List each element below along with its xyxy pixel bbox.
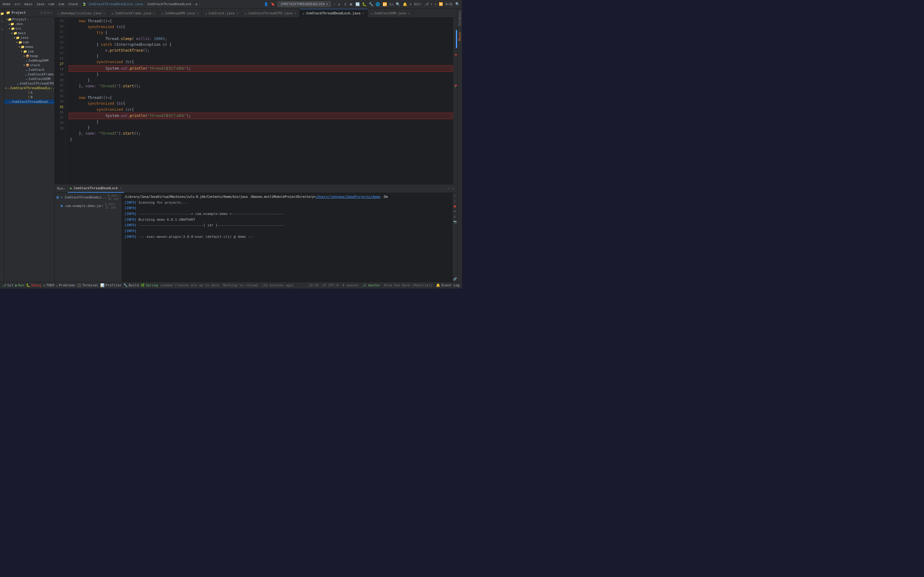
tree-item-stack[interactable]: ▾ 📦 stack xyxy=(4,63,54,68)
line-numbers: 19 20 21 22 23 24 25 26 27 28 29 30 31 3… xyxy=(55,18,66,184)
bc-java[interactable]: java xyxy=(36,2,45,6)
top-bar-right: 👤 🔖 JVMSTACKTHREADDEADLOCK ▾ ⏎ ⏵ ⏸ ⏹ 🔄 🐛… xyxy=(264,1,460,7)
terminal-button[interactable]: ⬛ Terminal xyxy=(77,283,99,287)
tab-close-3[interactable]: ✕ xyxy=(197,11,199,15)
run-link-icon[interactable]: 🔗 xyxy=(453,277,457,280)
tree-item-jvmstackframe[interactable]: ☕ JvmStackFrame xyxy=(4,72,54,77)
tree-item-src[interactable]: ▾ 📁 src xyxy=(4,26,54,31)
tree-item-com[interactable]: ▾ 📁 com xyxy=(4,40,54,45)
tab-jvmstackoom[interactable]: ☕ JvmStackOOM.java ✕ xyxy=(368,9,414,18)
problems-button[interactable]: ⚠ Problems xyxy=(56,283,76,287)
output-line-2: [INFO] xyxy=(124,205,450,211)
far-right-maven[interactable]: Maven xyxy=(458,32,461,41)
settings-icon[interactable]: ⚙ xyxy=(40,11,42,15)
tab-jvmstackthreaddeadlock[interactable]: ☕ JvmStackThreadDeadLock.java ✕ xyxy=(299,9,367,18)
bc-class[interactable]: JvmStackThreadDeadLock xyxy=(147,2,192,6)
collapse-icon[interactable]: ⊟ xyxy=(48,11,50,15)
build-icon: 🔧 xyxy=(123,283,128,287)
run-more-icon[interactable]: ⋯ xyxy=(447,186,450,191)
expand-icon[interactable]: ⬡ xyxy=(44,11,47,15)
tree-item-jvmheapoom[interactable]: ☕ JvmHeapOOM xyxy=(4,58,54,63)
build-button[interactable]: 🔧 Build xyxy=(123,283,139,287)
cursor-position[interactable]: 13:26 xyxy=(309,283,319,287)
far-right-panel: Database Maven xyxy=(457,8,462,282)
tree-item-java[interactable]: ▾ 📁 java xyxy=(4,35,54,40)
folder-icon-java: ▾ xyxy=(13,36,15,39)
folder-icon-deadlock: ▾ xyxy=(5,86,7,90)
breadcrumb-bar: demo › src › main › java › com › jvm › s… xyxy=(0,0,462,8)
far-right-database[interactable]: Database xyxy=(458,11,461,26)
run-panel-icon-2[interactable]: ⬇ xyxy=(454,199,456,203)
bc-jvm[interactable]: jvm xyxy=(58,2,64,6)
tree-item-project[interactable]: ▾📁 Project ▾ xyxy=(4,17,54,22)
bookmark-icon: 🔖 xyxy=(271,2,275,6)
line-encoding[interactable]: LF UTF-8 xyxy=(322,283,339,287)
run-tree-item-1[interactable]: ▾ JvmStackThreadDeadLo... 6 min, 32 sec xyxy=(55,193,122,201)
spring-label: Spring xyxy=(146,283,158,287)
code-content[interactable]: new Thread(()→{ synchronized (a){ try { … xyxy=(66,18,453,184)
tab-close-5[interactable]: ✕ xyxy=(294,11,296,15)
bc-main[interactable]: main xyxy=(24,2,33,6)
build-label: Build xyxy=(129,283,139,287)
tree-item-mvn[interactable]: ▸📁 .mvn xyxy=(4,22,54,26)
git-button[interactable]: ⎇ Git xyxy=(2,283,13,287)
tab-demoapplication[interactable]: ☕ DemoApplication.java ✕ xyxy=(55,9,108,18)
bc-stack[interactable]: stack xyxy=(68,2,78,6)
tab-jvmstackthreadcpu[interactable]: ☕ JvmStackThreadCPU.java ✕ xyxy=(242,9,299,18)
todo-button[interactable]: ☑ TODO xyxy=(44,283,54,287)
tab-close-2[interactable]: ✕ xyxy=(153,11,155,15)
tab-jvmstack[interactable]: ☕ JvmStack.java ✕ xyxy=(202,9,242,18)
tree-item-jvmstack[interactable]: ☕ JvmStack xyxy=(4,68,54,72)
tab-close-4[interactable]: ✕ xyxy=(236,11,238,15)
todo-icon: ☑ xyxy=(44,283,45,287)
tab-close-7[interactable]: ✕ xyxy=(408,11,410,15)
indent-setting[interactable]: 4 spaces xyxy=(342,283,359,287)
commit-icon[interactable]: C xyxy=(0,19,5,24)
tab-close-6[interactable]: ✕ xyxy=(362,11,364,15)
bc-demo[interactable]: demo xyxy=(2,2,11,6)
bc-method[interactable]: a xyxy=(195,2,197,6)
run-config[interactable]: JVMSTACKTHREADDEADLOCK ▾ xyxy=(278,1,331,7)
more-icon[interactable]: ⋯ xyxy=(51,11,53,15)
bc-file[interactable]: 🍃 JvmStackThreadDeadLock.java xyxy=(82,2,143,6)
code-line-24: e.printStackTrace(); xyxy=(69,48,453,53)
tree-item-jvm[interactable]: ▾ 📁 jvm xyxy=(4,49,54,54)
bc-src[interactable]: src xyxy=(15,2,21,6)
run-eye-icon[interactable]: 👁 xyxy=(454,210,457,213)
tab-close-1[interactable]: ✕ xyxy=(103,11,105,15)
project-icon[interactable]: 📁 xyxy=(0,11,5,16)
tab-jvmheapoom[interactable]: ☕ JvmHeapOOM.java ✕ xyxy=(158,9,202,18)
run-camera-icon[interactable]: 📷 xyxy=(453,220,457,224)
run-tab-close[interactable]: ✕ xyxy=(120,186,122,190)
tree-item-b[interactable]: C B xyxy=(4,95,54,100)
run-stop-icon[interactable]: ■ xyxy=(454,205,456,208)
bc-com[interactable]: com xyxy=(48,2,54,6)
tree-item-main[interactable]: ▾ 📁 main xyxy=(4,31,54,35)
tree-item-jvmstackthreaddead-main[interactable]: ☕ JvmStackThreadDead... xyxy=(4,100,54,104)
run-minimize-icon[interactable]: — xyxy=(452,186,455,191)
profiler-button[interactable]: 📊 Profiler xyxy=(100,283,122,287)
tab-java-icon-1: ☕ xyxy=(58,11,60,15)
tree-item-jvmstackthreaddeadlock[interactable]: ▾ ☕ JvmStackThreadDeadLo... xyxy=(4,86,54,90)
run-tree-item-2[interactable]: com.example.demo:jar: 6 min, 31 sec xyxy=(55,201,122,210)
run-status-button[interactable]: ▶ Run xyxy=(15,283,24,287)
tree-item-a[interactable]: C A xyxy=(4,90,54,95)
spinner-2 xyxy=(61,205,63,207)
run-settings-icon[interactable]: ⚙ xyxy=(454,215,456,218)
code-line-27: System.out.println("thread1拿到了a和b"); xyxy=(69,65,453,72)
run-tab-active[interactable]: ▶ JvmStackThreadDeadLock ✕ xyxy=(68,185,124,193)
run-output[interactable]: /Library/Java/JavaVirtualMachines/zulu-8… xyxy=(122,193,452,282)
tab-jvmstackframe[interactable]: ☕ JvmStackFrame.java ✕ xyxy=(108,9,158,18)
tree-item-jvmstackoom[interactable]: ☕ JvmStackOOM xyxy=(4,77,54,81)
structure-icon[interactable]: S xyxy=(0,27,5,32)
tree-item-heap[interactable]: ▾ 📦 heap xyxy=(4,54,54,58)
run-panel-icon-1[interactable]: ⬆ xyxy=(454,194,456,198)
tree-item-jvmstackthreadcpu[interactable]: ☕ JvmStackThreadCPU xyxy=(4,81,54,86)
event-log-button[interactable]: 🔔 Event Log xyxy=(436,283,460,287)
theme-label[interactable]: Atom One Dark (Material) xyxy=(384,283,432,287)
branch-label[interactable]: ⎇ master xyxy=(362,283,380,287)
tree-item-demo[interactable]: ▾ 📁 demo xyxy=(4,45,54,49)
favorites-icon[interactable]: ☆ xyxy=(0,274,5,279)
debug-button[interactable]: 🐛 Debug xyxy=(26,283,41,287)
spring-button[interactable]: 🌿 Spring xyxy=(141,283,158,287)
